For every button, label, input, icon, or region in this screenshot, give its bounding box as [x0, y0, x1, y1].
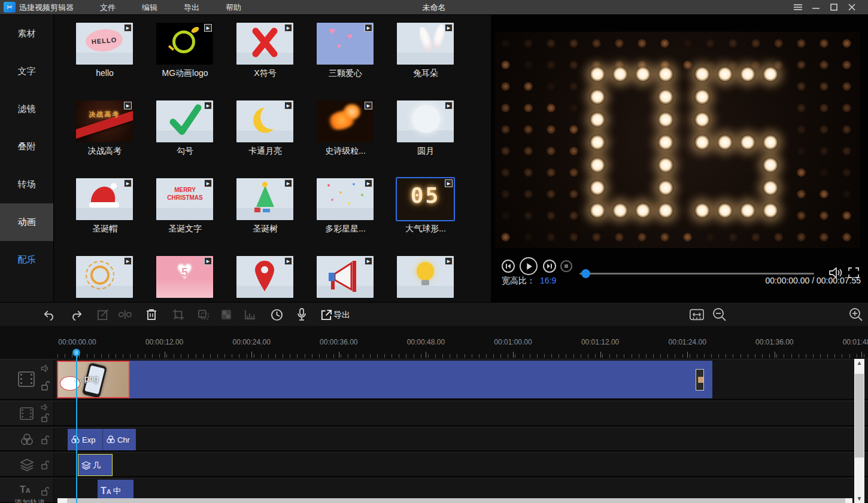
play-badge-icon[interactable]: ▶	[365, 179, 372, 187]
play-badge-icon[interactable]: ▶	[284, 257, 292, 265]
library-thumb-crescent[interactable]: ▶	[236, 100, 293, 142]
sidebar-item-animation[interactable]: 动画	[0, 203, 53, 241]
redo-button[interactable]	[69, 307, 84, 322]
zoom-out-icon[interactable]	[712, 307, 727, 322]
track-lock-icon[interactable]	[41, 461, 49, 472]
library-item[interactable]: ▶史诗级粒...	[305, 100, 386, 178]
play-badge-icon[interactable]: ▶	[124, 179, 132, 187]
play-badge-icon[interactable]: ▶	[124, 24, 132, 32]
play-badge-icon[interactable]: ▶	[124, 102, 132, 109]
edit-clip-button[interactable]	[96, 307, 110, 322]
next-frame-button[interactable]	[543, 260, 556, 273]
transform-button[interactable]	[196, 307, 211, 322]
play-badge-icon[interactable]: ▶	[204, 257, 212, 265]
menu-edit[interactable]: 编辑	[132, 0, 168, 15]
timeline-vscrollbar-thumb[interactable]	[855, 374, 864, 458]
duration-button[interactable]	[269, 307, 284, 322]
play-badge-icon[interactable]: ▶	[204, 102, 212, 109]
undo-button[interactable]	[42, 307, 56, 322]
mosaic-button[interactable]	[219, 307, 233, 322]
library-item[interactable]: ▶卡通月亮	[225, 100, 305, 178]
sidebar-item-filter[interactable]: 滤镜	[0, 90, 53, 128]
sidebar-item-overlay[interactable]: 叠附	[0, 128, 53, 166]
play-badge-icon[interactable]: ▶	[284, 179, 292, 187]
minimize-button[interactable]	[808, 0, 824, 15]
play-badge-icon[interactable]: ▶	[204, 179, 212, 187]
play-badge-icon[interactable]: ▶	[445, 24, 453, 32]
track-lock-icon[interactable]	[41, 413, 49, 425]
scroll-up-icon[interactable]: ▲	[854, 359, 864, 367]
library-thumb-heart5[interactable]: ♥5▶	[156, 256, 213, 298]
sidebar-item-transition[interactable]: 转场	[0, 166, 53, 203]
library-item[interactable]: 决战高考▶决战高考	[65, 100, 145, 178]
library-item[interactable]: 05▶大气球形...	[386, 178, 466, 256]
sidebar-item-music[interactable]: 配乐	[0, 241, 53, 279]
record-voice-button[interactable]	[295, 307, 309, 322]
sidebar-item-material[interactable]: 素材	[0, 15, 53, 53]
library-thumb-mg-logo[interactable]: ▶	[156, 23, 213, 65]
library-thumb-sun[interactable]: ▶	[76, 256, 133, 298]
playhead-line[interactable]	[76, 351, 77, 503]
timeline-vscrollbar[interactable]: ▲ ▼	[854, 359, 864, 503]
library-item[interactable]: ▶MG动画logo	[145, 23, 225, 100]
library-thumb-hello[interactable]: HELLO▶	[76, 23, 133, 65]
fit-timeline-icon[interactable]	[690, 307, 704, 322]
overlay-clip[interactable]: 几	[78, 454, 113, 476]
track-lock-icon[interactable]	[41, 487, 49, 498]
library-thumb-fire[interactable]: ▶	[317, 100, 374, 142]
playhead-handle[interactable]	[72, 349, 80, 356]
split-button[interactable]	[118, 307, 132, 322]
library-item[interactable]: ▶圆月	[386, 100, 466, 178]
library-item[interactable]: ▶X符号	[225, 23, 305, 100]
effect-clip[interactable]: Chr	[102, 429, 136, 450]
menu-help[interactable]: 帮助	[216, 0, 251, 15]
track-mute-icon[interactable]	[41, 403, 49, 413]
library-thumb-xmastext[interactable]: MERRY CHRISTMAS▶	[156, 178, 213, 220]
library-item[interactable]: HELLO▶hello	[65, 23, 145, 100]
library-item[interactable]: ▶	[225, 256, 305, 302]
effect-clip[interactable]: Exp	[68, 429, 102, 450]
library-thumb-xmastree[interactable]: ▶	[236, 178, 293, 220]
video-clip-end-handle[interactable]	[696, 369, 704, 391]
track-lock-icon[interactable]	[41, 381, 50, 393]
library-thumb-pin[interactable]: ▶	[236, 256, 293, 298]
library-item[interactable]: ▶兔耳朵	[386, 23, 466, 100]
prev-frame-button[interactable]	[502, 260, 515, 273]
stop-button[interactable]	[560, 260, 572, 272]
aspect-ratio-value[interactable]: 16:9	[540, 276, 556, 285]
library-thumb-x-mark[interactable]: ▶	[236, 23, 293, 65]
timeline-hscrollbar-thumb[interactable]	[67, 498, 845, 503]
play-badge-icon[interactable]: ▶	[445, 257, 453, 265]
track-mute-icon[interactable]	[41, 364, 50, 375]
library-thumb-bulbicon[interactable]: ▶	[397, 256, 454, 298]
menu-export[interactable]: 导出	[174, 0, 210, 15]
export-button[interactable]: 导出	[333, 310, 350, 321]
delete-button[interactable]	[144, 307, 159, 322]
add-track-button[interactable]: 添加轨道	[14, 498, 45, 503]
library-item[interactable]: ▶勾号	[145, 100, 225, 178]
library-thumb-fullmoon[interactable]: ▶	[397, 100, 454, 142]
audio-wave-button[interactable]	[243, 307, 257, 322]
library-item[interactable]: ▶	[65, 256, 145, 302]
video-clip[interactable]: ….png	[57, 361, 712, 398]
play-badge-icon[interactable]: ▶	[204, 24, 212, 32]
library-thumb-check[interactable]: ▶	[156, 100, 213, 142]
timeline-hscrollbar[interactable]	[57, 498, 852, 503]
play-badge-icon[interactable]: ▶	[445, 179, 453, 187]
effect-track[interactable]: Exp Chr	[0, 427, 868, 451]
play-badge-icon[interactable]: ▶	[365, 102, 372, 109]
library-item[interactable]: ▶多彩星星...	[305, 178, 386, 256]
play-badge-icon[interactable]: ▶	[365, 24, 372, 32]
video-track-2[interactable]	[0, 401, 868, 426]
play-badge-icon[interactable]: ▶	[445, 102, 453, 109]
library-thumb-hearts[interactable]: ♥♥♥▶	[317, 23, 374, 65]
library-thumb-bunny[interactable]: ▶	[397, 23, 454, 65]
library-item[interactable]: ▶	[386, 256, 466, 302]
play-badge-icon[interactable]: ▶	[124, 257, 132, 265]
sidebar-item-text[interactable]: 文字	[0, 53, 53, 90]
zoom-in-icon[interactable]	[849, 307, 863, 322]
export-icon[interactable]	[318, 307, 333, 322]
library-item[interactable]: ♥5▶	[145, 256, 225, 302]
crop-button[interactable]	[171, 307, 186, 322]
menu-file[interactable]: 文件	[90, 0, 126, 15]
